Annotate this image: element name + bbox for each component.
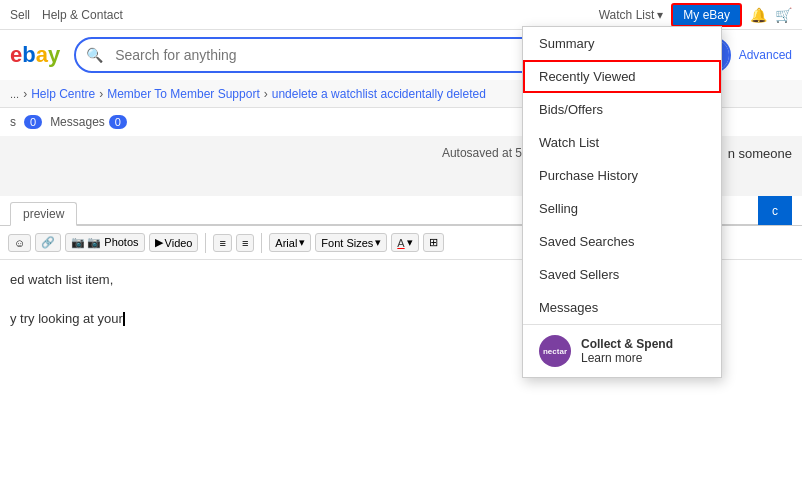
dropdown-bids-offers[interactable]: Bids/Offers bbox=[523, 93, 721, 126]
font-color-label: A bbox=[397, 237, 404, 249]
photos-label: 📷 Photos bbox=[87, 236, 138, 249]
watchlist-arrow-icon: ▾ bbox=[657, 8, 663, 22]
dropdown-selling[interactable]: Selling bbox=[523, 192, 721, 225]
breadcrumb-help-centre[interactable]: Help Centre bbox=[31, 87, 95, 101]
breadcrumb-sep-1: › bbox=[23, 87, 27, 101]
dropdown-summary[interactable]: Summary bbox=[523, 27, 721, 60]
toolbar-separator-1 bbox=[205, 233, 206, 253]
submit-button[interactable]: c bbox=[758, 196, 792, 225]
special-chars-icon: ⊞ bbox=[429, 236, 438, 249]
emoji-button[interactable]: ☺ bbox=[8, 234, 31, 252]
someone-label: n someone bbox=[728, 146, 792, 161]
search-icon: 🔍 bbox=[76, 39, 103, 71]
ordered-list-icon: ≡ bbox=[219, 237, 225, 249]
video-button[interactable]: ▶ Video bbox=[149, 233, 199, 252]
watchlist-label: Watch List bbox=[599, 8, 655, 22]
font-label: Arial bbox=[275, 237, 297, 249]
text-cursor bbox=[123, 312, 125, 326]
ebay-logo: ebay bbox=[10, 42, 60, 68]
help-link[interactable]: Help & Contact bbox=[42, 8, 123, 22]
search-input[interactable] bbox=[103, 39, 540, 71]
myebay-button[interactable]: My eBay bbox=[671, 3, 742, 27]
notifications-badge: 0 bbox=[24, 115, 42, 129]
top-nav-right: Watch List ▾ My eBay 🔔 🛒 bbox=[599, 3, 792, 27]
nectar-icon: nectar bbox=[539, 335, 571, 367]
breadcrumb-sep-2: › bbox=[99, 87, 103, 101]
myebay-dropdown: Summary Recently Viewed Bids/Offers Watc… bbox=[522, 26, 722, 378]
dropdown-saved-sellers[interactable]: Saved Sellers bbox=[523, 258, 721, 291]
link-button[interactable]: 🔗 bbox=[35, 233, 61, 252]
autosave-text: Autosaved at 5 bbox=[442, 146, 522, 160]
advanced-search-link[interactable]: Advanced bbox=[739, 48, 792, 62]
notifications-label: s bbox=[10, 115, 16, 129]
shopping-cart-icon[interactable]: 🛒 bbox=[775, 7, 792, 23]
font-size-chevron-icon: ▾ bbox=[375, 236, 381, 249]
notification-bell-icon[interactable]: 🔔 bbox=[750, 7, 767, 23]
video-icon: ▶ bbox=[155, 236, 163, 249]
messages-tab[interactable]: Messages 0 bbox=[50, 115, 127, 129]
font-color-button[interactable]: A ▾ bbox=[391, 233, 418, 252]
dropdown-recently-viewed[interactable]: Recently Viewed bbox=[523, 60, 721, 93]
dropdown-messages[interactable]: Messages bbox=[523, 291, 721, 324]
dropdown-saved-searches[interactable]: Saved Searches bbox=[523, 225, 721, 258]
dropdown-purchase-history[interactable]: Purchase History bbox=[523, 159, 721, 192]
camera-icon: 📷 bbox=[71, 236, 85, 249]
sell-link[interactable]: Sell bbox=[10, 8, 30, 22]
photos-button[interactable]: 📷 📷 Photos bbox=[65, 233, 144, 252]
breadcrumb-member-support[interactable]: Member To Member Support bbox=[107, 87, 260, 101]
font-chevron-icon: ▾ bbox=[299, 236, 305, 249]
video-label: Video bbox=[165, 237, 193, 249]
font-select-button[interactable]: Arial ▾ bbox=[269, 233, 311, 252]
dropdown-watch-list[interactable]: Watch List bbox=[523, 126, 721, 159]
font-color-chevron-icon: ▾ bbox=[407, 236, 413, 249]
unordered-list-icon: ≡ bbox=[242, 237, 248, 249]
emoji-icon: ☺ bbox=[14, 237, 25, 249]
toolbar-separator-2 bbox=[261, 233, 262, 253]
watchlist-button[interactable]: Watch List ▾ bbox=[599, 8, 664, 22]
font-size-button[interactable]: Font Sizes ▾ bbox=[315, 233, 387, 252]
messages-badge: 0 bbox=[109, 115, 127, 129]
breadcrumb-sep-3: › bbox=[264, 87, 268, 101]
special-chars-button[interactable]: ⊞ bbox=[423, 233, 444, 252]
font-size-label: Font Sizes bbox=[321, 237, 373, 249]
messages-tab-label: Messages bbox=[50, 115, 105, 129]
link-icon: 🔗 bbox=[41, 236, 55, 249]
ordered-list-button[interactable]: ≡ bbox=[213, 234, 231, 252]
breadcrumb-current[interactable]: undelete a watchlist accidentally delete… bbox=[272, 87, 486, 101]
breadcrumb-prefix: ... bbox=[10, 88, 19, 100]
nectar-text: Collect & Spend Learn more bbox=[581, 337, 673, 365]
dropdown-nectar[interactable]: nectar Collect & Spend Learn more bbox=[523, 325, 721, 377]
preview-tab[interactable]: preview bbox=[10, 202, 77, 226]
top-nav-left: Sell Help & Contact bbox=[10, 8, 123, 22]
unordered-list-button[interactable]: ≡ bbox=[236, 234, 254, 252]
